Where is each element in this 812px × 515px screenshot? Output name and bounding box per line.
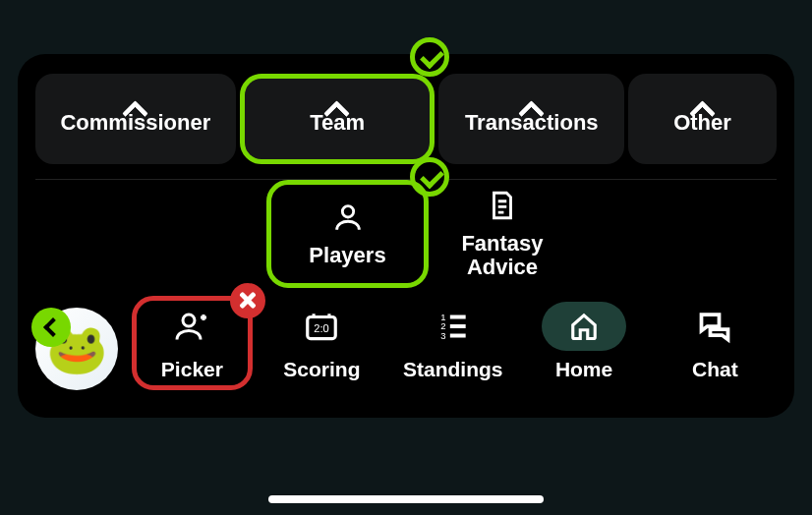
- person-add-icon: [174, 305, 209, 348]
- nav-label: Home: [555, 358, 612, 381]
- menu-team[interactable]: Team: [240, 74, 435, 164]
- home-icon: [569, 312, 599, 341]
- menu-fantasy-advice[interactable]: Fantasy Advice: [429, 180, 576, 288]
- home-icon-wrap: [542, 305, 626, 348]
- svg-text:2:0: 2:0: [315, 322, 329, 334]
- nav-picker[interactable]: Picker: [132, 296, 253, 390]
- menu-other[interactable]: Other: [628, 74, 777, 164]
- chat-icon: [697, 305, 732, 348]
- nav-home[interactable]: Home: [522, 296, 645, 390]
- svg-point-0: [342, 206, 353, 217]
- nav-label: Picker: [161, 358, 223, 381]
- svg-point-1: [183, 315, 195, 326]
- scoreboard-icon: 2:0: [303, 305, 340, 348]
- nav-chat[interactable]: Chat: [654, 296, 777, 390]
- menu-transactions[interactable]: Transactions: [438, 74, 624, 164]
- menu-label: Fantasy Advice: [461, 232, 543, 279]
- bottom-nav: 🐸 Picker 2:0 Scoring: [35, 288, 777, 408]
- svg-text:3: 3: [440, 330, 445, 341]
- home-indicator[interactable]: [268, 495, 544, 503]
- avatar-area: 🐸: [35, 302, 124, 390]
- check-icon: [415, 42, 444, 72]
- nav-label: Standings: [403, 358, 503, 381]
- menu-label: Players: [309, 244, 385, 267]
- mid-menu-row: Players Fantasy Advice: [35, 180, 777, 288]
- menu-commissioner[interactable]: Commissioner: [35, 74, 236, 164]
- check-badge: [410, 37, 449, 77]
- active-pill: [542, 302, 626, 351]
- list-ordered-icon: 1 2 3: [435, 305, 472, 348]
- document-icon: [486, 189, 519, 222]
- menu-players[interactable]: Players: [266, 180, 429, 288]
- nav-standings[interactable]: 1 2 3 Standings: [391, 296, 514, 390]
- nav-label: Scoring: [283, 358, 360, 381]
- nav-scoring[interactable]: 2:0 Scoring: [261, 296, 383, 390]
- top-menu-row: Commissioner Team Transactions Other: [35, 74, 777, 180]
- menu-sheet: Commissioner Team Transactions Other: [18, 54, 794, 418]
- nav-label: Chat: [692, 358, 738, 381]
- person-icon: [331, 200, 365, 234]
- back-button[interactable]: [31, 308, 71, 347]
